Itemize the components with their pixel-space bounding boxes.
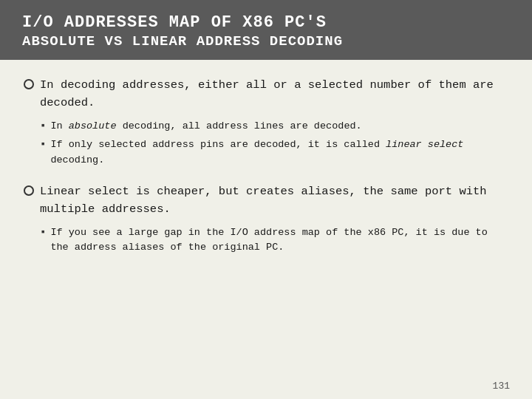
sub-bullet-dash-1a: ▪ bbox=[40, 120, 46, 132]
sub-bullets-1: ▪ In absolute decoding, all address line… bbox=[40, 119, 508, 168]
main-bullet-2-text: Linear select is cheaper, but creates al… bbox=[40, 183, 508, 218]
bullet-circle-1 bbox=[24, 79, 34, 89]
sub-bullet-dash-2a: ▪ bbox=[40, 226, 46, 238]
slide: I/O ADDRESSES MAP OF X86 PC'S ABSOLUTE V… bbox=[0, 0, 532, 399]
sub-bullet-2a: ▪ If you see a large gap in the I/O addr… bbox=[40, 225, 508, 256]
main-bullet-1-text: In decoding addresses, either all or a s… bbox=[40, 76, 508, 112]
sub-bullet-1b-text: If only selected address pins are decode… bbox=[50, 137, 508, 168]
sub-bullet-1b: ▪ If only selected address pins are deco… bbox=[40, 137, 508, 168]
main-bullet-1: In decoding addresses, either all or a s… bbox=[24, 76, 508, 112]
bullet-circle-2 bbox=[24, 185, 34, 196]
sub-bullet-1a-text: In absolute decoding, all address lines … bbox=[50, 119, 361, 134]
header-title-line2: ABSOLUTE VS LINEAR ADDRESS DECODING bbox=[22, 33, 510, 50]
sub-bullet-1a: ▪ In absolute decoding, all address line… bbox=[40, 119, 508, 134]
bullet-block-1: In decoding addresses, either all or a s… bbox=[24, 76, 508, 168]
header-title-line1: I/O ADDRESSES MAP OF X86 PC'S bbox=[22, 13, 510, 32]
bullet-block-2: Linear select is cheaper, but creates al… bbox=[24, 183, 508, 256]
sub-bullets-2: ▪ If you see a large gap in the I/O addr… bbox=[40, 225, 508, 256]
content-area: In decoding addresses, either all or a s… bbox=[0, 60, 532, 381]
main-bullet-2: Linear select is cheaper, but creates al… bbox=[24, 183, 508, 218]
sub-bullet-dash-1b: ▪ bbox=[40, 138, 46, 150]
header: I/O ADDRESSES MAP OF X86 PC'S ABSOLUTE V… bbox=[0, 0, 532, 60]
page-number: 131 bbox=[0, 381, 532, 399]
sub-bullet-2a-text: If you see a large gap in the I/O addres… bbox=[50, 225, 508, 256]
